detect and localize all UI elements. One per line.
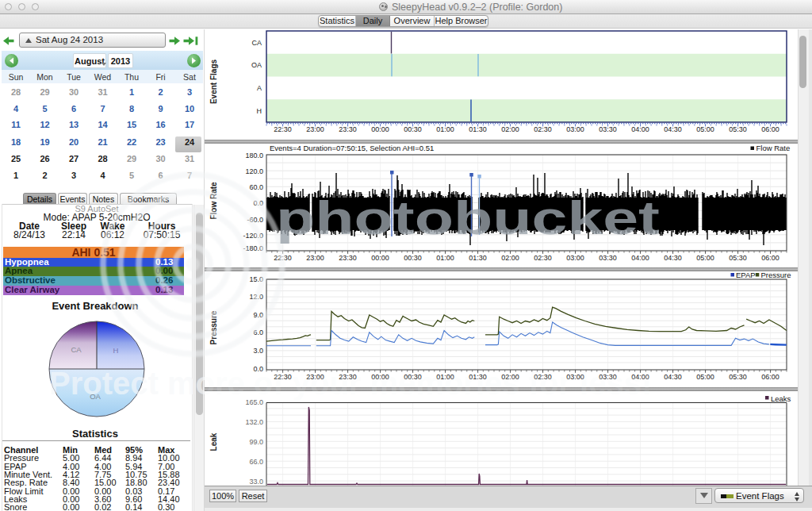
svg-text:06:00: 06:00 <box>761 125 779 133</box>
svg-text:00:00: 00:00 <box>371 125 389 133</box>
svg-text:6.0: 6.0 <box>253 328 263 336</box>
svg-text:H: H <box>257 107 262 115</box>
svg-text:23:00: 23:00 <box>306 125 324 133</box>
svg-text:165.0: 165.0 <box>245 398 263 406</box>
svg-text:66.0: 66.0 <box>249 458 263 466</box>
svg-text:22:30: 22:30 <box>274 254 292 262</box>
svg-text:05:00: 05:00 <box>696 254 714 262</box>
svg-text:02:00: 02:00 <box>501 254 519 262</box>
svg-text:02:30: 02:30 <box>534 125 552 133</box>
svg-text:05:30: 05:30 <box>729 125 747 133</box>
svg-text:Events=4 Duration=07:50:15, Se: Events=4 Duration=07:50:15, Selection AH… <box>270 144 434 152</box>
svg-text:Flow Rate: Flow Rate <box>756 144 791 152</box>
svg-text:60.0: 60.0 <box>249 183 263 191</box>
svg-text:Leaks: Leaks <box>771 394 791 403</box>
svg-text:04:00: 04:00 <box>631 254 649 262</box>
svg-text:01:00: 01:00 <box>436 125 454 133</box>
svg-text:A: A <box>257 84 262 92</box>
svg-text:05:00: 05:00 <box>696 125 714 133</box>
svg-text:01:30: 01:30 <box>469 254 487 262</box>
svg-text:15.0: 15.0 <box>249 275 263 283</box>
svg-text:180.0: 180.0 <box>245 152 263 159</box>
svg-text:33.0: 33.0 <box>249 478 263 486</box>
svg-text:04:30: 04:30 <box>664 125 682 133</box>
svg-text:9.0: 9.0 <box>253 311 263 319</box>
svg-text:H: H <box>113 346 119 355</box>
svg-text:-120.0: -120.0 <box>243 232 263 240</box>
svg-text:23:30: 23:30 <box>339 373 357 381</box>
svg-text:OA: OA <box>251 61 262 69</box>
svg-text:22:30: 22:30 <box>274 373 292 381</box>
svg-text:03:00: 03:00 <box>566 373 584 381</box>
svg-text:12.0: 12.0 <box>249 293 263 301</box>
svg-text:06:00: 06:00 <box>761 254 779 262</box>
svg-text:06:00: 06:00 <box>761 373 779 381</box>
svg-text:01:00: 01:00 <box>436 373 454 381</box>
svg-text:99.0: 99.0 <box>249 438 263 446</box>
svg-text:-180.0: -180.0 <box>243 244 263 252</box>
svg-text:02:00: 02:00 <box>501 125 519 133</box>
svg-text:CA: CA <box>71 345 82 354</box>
svg-text:CA: CA <box>251 39 262 47</box>
svg-text:23:30: 23:30 <box>339 254 357 262</box>
svg-text:00:30: 00:30 <box>404 373 422 381</box>
svg-text:04:00: 04:00 <box>631 125 649 133</box>
svg-text:23:00: 23:00 <box>306 254 324 262</box>
svg-text:02:00: 02:00 <box>501 373 519 381</box>
svg-text:05:30: 05:30 <box>729 254 747 262</box>
svg-text:02:30: 02:30 <box>534 373 552 381</box>
svg-text:02:30: 02:30 <box>534 254 552 262</box>
svg-text:22:30: 22:30 <box>274 125 292 133</box>
svg-text:Pressure: Pressure <box>761 271 791 279</box>
svg-text:3.0: 3.0 <box>253 347 263 355</box>
svg-text:-60.0: -60.0 <box>247 216 263 224</box>
svg-text:04:00: 04:00 <box>631 373 649 381</box>
svg-text:00:00: 00:00 <box>371 254 389 262</box>
svg-text:132.0: 132.0 <box>245 418 263 426</box>
svg-text:23:00: 23:00 <box>306 373 324 381</box>
svg-text:120.0: 120.0 <box>245 167 263 175</box>
svg-text:05:00: 05:00 <box>696 373 714 381</box>
svg-text:01:30: 01:30 <box>469 373 487 381</box>
svg-text:00:00: 00:00 <box>371 373 389 381</box>
svg-text:04:30: 04:30 <box>664 373 682 381</box>
svg-text:03:30: 03:30 <box>599 373 617 381</box>
svg-text:23:30: 23:30 <box>339 125 357 133</box>
svg-text:OA: OA <box>90 392 101 401</box>
svg-text:0.0: 0.0 <box>253 365 263 373</box>
svg-text:01:30: 01:30 <box>469 125 487 133</box>
svg-text:0.0: 0.0 <box>253 199 263 207</box>
svg-text:00:30: 00:30 <box>404 254 422 262</box>
svg-text:03:30: 03:30 <box>599 125 617 133</box>
svg-text:03:00: 03:00 <box>566 254 584 262</box>
svg-text:03:00: 03:00 <box>566 125 584 133</box>
svg-text:00:30: 00:30 <box>404 125 422 133</box>
svg-text:03:30: 03:30 <box>599 254 617 262</box>
svg-text:05:30: 05:30 <box>729 373 747 381</box>
svg-text:EPAP: EPAP <box>736 271 756 279</box>
svg-text:04:30: 04:30 <box>664 254 682 262</box>
svg-text:01:00: 01:00 <box>436 254 454 262</box>
